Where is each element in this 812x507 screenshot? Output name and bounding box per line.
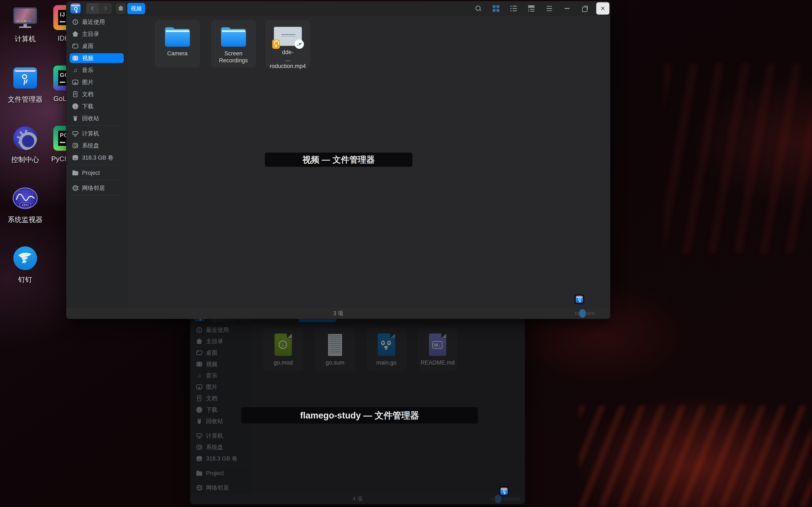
back-button[interactable]	[86, 3, 99, 14]
inactive-window-dim-overlay	[190, 309, 525, 504]
grid-view-icon[interactable]	[493, 5, 499, 12]
navigation-buttons	[86, 3, 112, 14]
image-icon	[72, 79, 79, 86]
file-manager-window-flamego-study: 最近使用 主目录 桌面 视频 音乐 图片 文档 下载 回收站 计算机 系统盘 3…	[190, 309, 525, 504]
lock-badge-icon	[272, 40, 280, 49]
sidebar-item-label: 回收站	[82, 115, 99, 122]
sidebar-item-desktop[interactable]: 桌面	[69, 41, 124, 51]
desktop-icon-file-manager[interactable]: 文件管理器	[6, 65, 44, 104]
desktop-icon-system-monitor[interactable]: CPU 系统监视器	[6, 186, 44, 224]
sidebar-item-label: 桌面	[82, 42, 94, 50]
desktop-icon	[72, 43, 79, 49]
sidebar-item-label: 主目录	[82, 30, 99, 38]
sidebar-item-label: 图片	[82, 78, 94, 86]
computer-icon	[13, 5, 38, 30]
disk-icon	[72, 143, 79, 149]
desktop-icon-dingtalk[interactable]: 钉钉	[6, 246, 44, 284]
window-title-pill-flamego-study: flamego-study — 文件管理器	[241, 407, 478, 424]
minimize-icon[interactable]	[564, 5, 570, 12]
globe-icon	[72, 185, 79, 191]
sidebar-item-network[interactable]: 网络邻居	[69, 183, 124, 193]
share-badge-icon	[293, 38, 305, 50]
sidebar-item-documents[interactable]: 文档	[69, 90, 124, 99]
trash-icon	[72, 115, 79, 121]
forward-button[interactable]	[99, 3, 112, 14]
title-bar-controls: ×	[475, 1, 610, 16]
file-item-camera[interactable]: Camera	[155, 20, 200, 68]
file-name: Screen Recordings	[217, 50, 250, 64]
sidebar-item-label: Project	[82, 170, 100, 176]
desktop-icon-computer[interactable]: 计算机	[6, 5, 44, 44]
back-icon	[91, 6, 95, 10]
desktop-icon-label: 文件管理器	[8, 95, 43, 104]
folder-icon	[221, 27, 246, 47]
folder-icon	[72, 170, 79, 176]
status-bar: 3 项	[66, 307, 610, 319]
search-icon[interactable]	[475, 5, 481, 12]
sidebar-item-system-disk[interactable]: 系统盘	[69, 141, 124, 151]
detail-view-icon[interactable]	[528, 5, 535, 12]
sidebar-item-computer[interactable]: 计算机	[69, 129, 124, 138]
desktop-icon-label: 控制中心	[11, 155, 39, 164]
list-view-icon[interactable]	[510, 5, 517, 12]
file-manager-app-icon	[70, 3, 81, 13]
sidebar-item-music[interactable]: 音乐	[69, 65, 124, 75]
sidebar-item-home[interactable]: 主目录	[69, 29, 124, 39]
clock-icon	[72, 19, 79, 25]
sidebar-item-label: 系统盘	[82, 142, 99, 150]
sidebar: 最近使用 主目录 桌面 视频 音乐 图片 文档 下载 回收站 计算机 系统盘 3…	[66, 16, 127, 307]
system-monitor-icon: CPU	[13, 186, 38, 211]
sidebar-item-label: 下载	[82, 103, 94, 110]
window-title-pill-videos: 视频 — 文件管理器	[265, 153, 412, 167]
file-name: Camera	[167, 50, 188, 57]
sidebar-item-label: 计算机	[82, 130, 99, 137]
slider-thumb[interactable]	[579, 309, 586, 318]
folder-icon	[165, 27, 190, 47]
sidebar-item-pictures[interactable]: 图片	[69, 77, 124, 87]
sidebar-item-label: 文档	[82, 91, 94, 98]
icon-size-slider[interactable]	[575, 309, 595, 318]
sidebar-separator	[70, 180, 122, 180]
home-icon	[72, 31, 79, 37]
close-button[interactable]: ×	[596, 2, 609, 14]
sidebar-separator	[70, 195, 122, 195]
file-name: dde- …roduction.mp4	[269, 49, 307, 70]
gear-icon	[13, 126, 38, 151]
desktop-icon-label: 系统监视器	[8, 215, 43, 224]
drive-icon	[72, 155, 79, 161]
title-bar[interactable]: 视频 ×	[66, 1, 610, 16]
sidebar-item-label: 最近使用	[82, 18, 105, 26]
wallpaper-streaks	[579, 405, 812, 507]
home-button[interactable]	[116, 3, 126, 14]
tab-videos[interactable]: 视频	[127, 3, 145, 14]
sidebar-item-label: 网络邻居	[82, 184, 105, 192]
desktop-icon-label: 计算机	[15, 34, 36, 44]
document-icon	[72, 91, 79, 98]
film-icon	[72, 55, 79, 61]
video-thumbnail	[274, 27, 302, 46]
tab-label: 视频	[131, 5, 142, 12]
sidebar-item-project[interactable]: Project	[69, 168, 124, 178]
file-manager-floating-icon[interactable]	[499, 486, 509, 496]
sidebar-item-label: 音乐	[82, 66, 94, 74]
sidebar-item-label: 视频	[82, 54, 94, 62]
sidebar-item-downloads[interactable]: 下载	[69, 102, 124, 111]
desktop-icon-control-center[interactable]: 控制中心	[6, 126, 44, 164]
monitor-icon	[72, 130, 79, 137]
sidebar-separator	[70, 125, 122, 126]
forward-icon	[103, 6, 107, 10]
file-item-screen-recordings[interactable]: Screen Recordings	[211, 20, 256, 68]
sidebar-item-label: 318.3 GB 卷	[82, 154, 114, 162]
close-icon: ×	[601, 5, 605, 12]
file-manager-floating-icon[interactable]	[574, 294, 584, 304]
sidebar-item-recent[interactable]: 最近使用	[69, 17, 124, 27]
maximize-icon[interactable]	[581, 5, 588, 12]
menu-icon[interactable]	[546, 5, 553, 12]
sidebar-item-videos[interactable]: 视频	[69, 53, 124, 63]
sidebar-item-volume[interactable]: 318.3 GB 卷	[69, 153, 124, 163]
sidebar-item-trash[interactable]: 回收站	[69, 113, 124, 123]
music-note-icon	[72, 67, 79, 73]
download-icon	[72, 103, 79, 109]
file-item-dde-introduction-mp4[interactable]: dde- …roduction.mp4	[265, 20, 310, 68]
wallpaper-streaks	[664, 63, 812, 253]
